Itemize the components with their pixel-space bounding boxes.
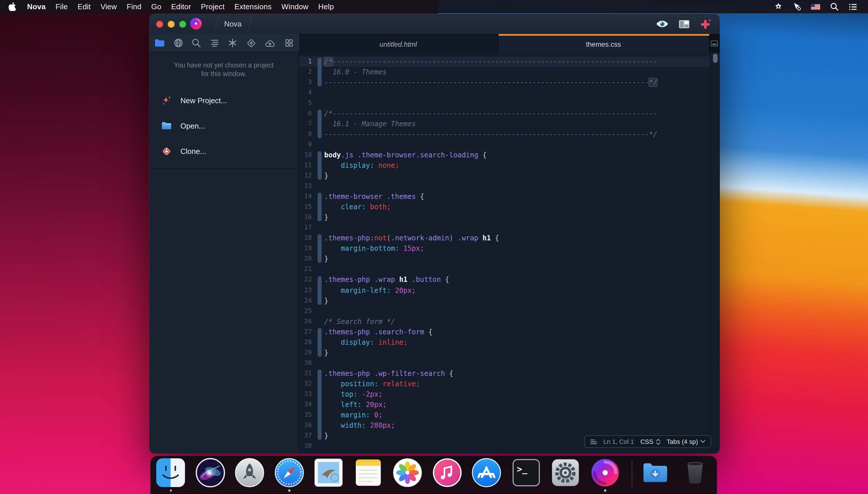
- code-line[interactable]: 9: [299, 139, 711, 150]
- line-number[interactable]: 2: [299, 66, 312, 77]
- code-line[interactable]: 31.themes-php .wp-filter-search {: [299, 368, 711, 379]
- search-icon[interactable]: [191, 38, 201, 48]
- fold-indicator[interactable]: [317, 369, 321, 440]
- code-line[interactable]: 14.theme-browser .themes {: [299, 191, 711, 202]
- line-wrap-icon[interactable]: [590, 438, 597, 445]
- code-line[interactable]: 28 display: inline;: [299, 337, 711, 347]
- apple-menu-icon[interactable]: [8, 2, 16, 11]
- fold-indicator[interactable]: [317, 110, 321, 138]
- line-number[interactable]: 20: [299, 254, 312, 264]
- fold-indicator[interactable]: [317, 234, 321, 263]
- line-number[interactable]: 6: [299, 108, 312, 118]
- publish-icon[interactable]: [265, 38, 275, 48]
- line-number[interactable]: 16: [299, 212, 312, 223]
- code-line[interactable]: 12}: [299, 171, 711, 181]
- line-number[interactable]: 34: [299, 399, 312, 410]
- spotlight-icon[interactable]: [830, 2, 838, 11]
- code-line[interactable]: 15 clear: both;: [299, 202, 711, 212]
- menu-item-go[interactable]: Go: [151, 2, 161, 11]
- line-number[interactable]: 5: [299, 98, 312, 108]
- us-flag-icon[interactable]: [811, 4, 820, 10]
- code-line[interactable]: 23 margin-left: 20px;: [299, 285, 711, 296]
- code-line[interactable]: 30: [299, 358, 711, 368]
- action-open[interactable]: Open...: [149, 118, 298, 133]
- outline-icon[interactable]: [210, 38, 219, 48]
- dock-finder[interactable]: [156, 458, 186, 488]
- line-number[interactable]: 19: [299, 244, 312, 254]
- fold-indicator[interactable]: [317, 276, 321, 305]
- line-number[interactable]: 36: [299, 420, 312, 431]
- line-number[interactable]: 31: [299, 368, 312, 379]
- fold-indicator[interactable]: [317, 192, 321, 221]
- code-line[interactable]: 36 width: 280px;: [299, 420, 711, 431]
- language-selector[interactable]: CSS: [640, 438, 660, 445]
- code-line[interactable]: 13: [299, 181, 711, 191]
- dock-photos[interactable]: [392, 458, 423, 488]
- line-number[interactable]: 7: [299, 119, 312, 129]
- line-number[interactable]: 33: [299, 389, 312, 399]
- code-line[interactable]: 33 top: -2px;: [299, 389, 711, 399]
- menu-item-edit[interactable]: Edit: [78, 2, 91, 11]
- line-number[interactable]: 15: [299, 202, 312, 212]
- tab-themes.css[interactable]: themes.css: [498, 34, 709, 53]
- action-clone[interactable]: Clone...: [149, 144, 298, 158]
- code-line[interactable]: 22.themes-php .wrap h1 .button {: [299, 275, 711, 285]
- menu-item-nova[interactable]: Nova: [27, 2, 45, 11]
- line-number[interactable]: 30: [299, 358, 312, 368]
- extensions-icon[interactable]: [284, 38, 294, 48]
- code-line[interactable]: 10body.js .theme-browser.search-loading …: [299, 150, 711, 160]
- code-line[interactable]: 5: [299, 98, 711, 108]
- menu-item-window[interactable]: Window: [282, 2, 309, 11]
- symbols-icon[interactable]: [228, 38, 237, 48]
- line-number[interactable]: 22: [299, 275, 312, 285]
- code-line[interactable]: 18.themes-php:not(.network-admin) .wrap …: [299, 233, 711, 244]
- fold-indicator[interactable]: [317, 57, 321, 86]
- fold-indicator[interactable]: [317, 151, 321, 180]
- line-number[interactable]: 38: [299, 441, 312, 451]
- line-number[interactable]: 11: [299, 160, 312, 171]
- menu-item-project[interactable]: Project: [201, 2, 225, 11]
- code-line[interactable]: 21: [299, 264, 711, 275]
- code-line[interactable]: 2 16.0 - Themes: [299, 66, 711, 77]
- line-number[interactable]: 35: [299, 410, 312, 420]
- menu-item-help[interactable]: Help: [318, 2, 334, 11]
- line-number[interactable]: 17: [299, 223, 312, 233]
- code-line[interactable]: 6/*-------------------------------------…: [299, 108, 711, 118]
- code-line[interactable]: 35 margin: 0;: [299, 410, 711, 420]
- line-number[interactable]: 24: [299, 296, 312, 306]
- code-line[interactable]: 19 margin-bottom: 15px;: [299, 244, 711, 254]
- line-number[interactable]: 9: [299, 139, 312, 150]
- code-line[interactable]: 27.themes-php .search-form {: [299, 326, 711, 337]
- code-line[interactable]: 1/*-------------------------------------…: [299, 56, 711, 66]
- dock-system-preferences[interactable]: [551, 458, 580, 488]
- line-number[interactable]: 26: [299, 316, 312, 326]
- line-number[interactable]: 28: [299, 337, 312, 347]
- line-number[interactable]: 10: [299, 150, 312, 160]
- code-line[interactable]: 17: [299, 223, 711, 233]
- code-line[interactable]: 25: [299, 306, 711, 316]
- scrollbar-track[interactable]: [710, 53, 720, 454]
- fold-indicator[interactable]: [317, 328, 321, 357]
- code-line[interactable]: 8---------------------------------------…: [299, 129, 711, 139]
- menu-item-view[interactable]: View: [101, 2, 117, 11]
- dock-music[interactable]: [432, 458, 462, 488]
- line-number[interactable]: 25: [299, 306, 312, 316]
- line-number[interactable]: 13: [299, 181, 312, 191]
- code-line[interactable]: 29}: [299, 347, 711, 358]
- dock-safari[interactable]: [274, 458, 304, 488]
- split-view-button[interactable]: [678, 19, 690, 28]
- line-number[interactable]: 21: [299, 264, 312, 275]
- code-editor[interactable]: 1/*-------------------------------------…: [299, 53, 720, 454]
- menu-item-find[interactable]: Find: [127, 2, 141, 11]
- code-line[interactable]: 4: [299, 87, 711, 98]
- globe-icon[interactable]: [173, 38, 183, 48]
- dock-siri[interactable]: [195, 458, 225, 488]
- code-line[interactable]: 16}: [299, 212, 711, 223]
- dock-terminal[interactable]: >_: [511, 458, 541, 488]
- dock-downloads[interactable]: [640, 458, 670, 488]
- menu-item-file[interactable]: File: [55, 2, 68, 11]
- dock-notes[interactable]: [353, 458, 383, 488]
- line-number[interactable]: 12: [299, 171, 312, 181]
- dock-nova[interactable]: [590, 458, 620, 488]
- title-bar[interactable]: Nova: [149, 14, 720, 35]
